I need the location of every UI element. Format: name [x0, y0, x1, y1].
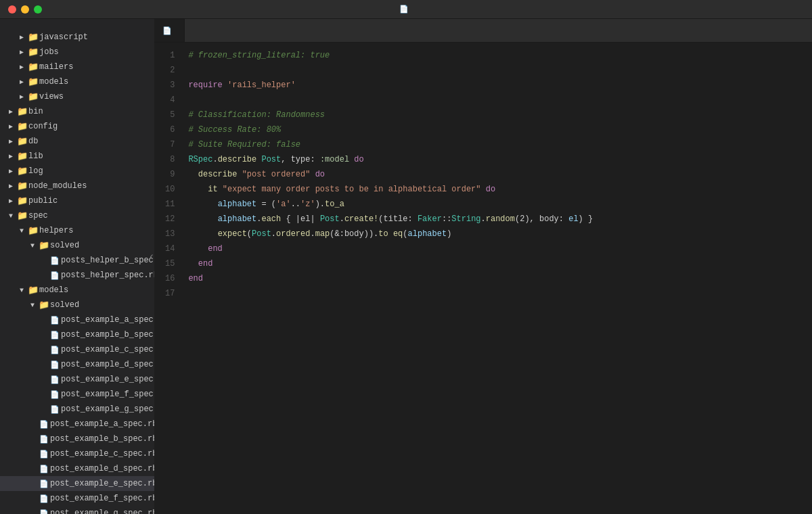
file-tree: ▶📁javascript▶📁jobs▶📁mailers▶📁models▶📁vie… [0, 27, 154, 514]
token-plain [218, 185, 223, 194]
sidebar-file-post_example_d_spec2[interactable]: 📄post_example_d_spec.rb [0, 461, 154, 476]
token-plain: = ( [256, 200, 276, 209]
tree-item-label: log [28, 166, 154, 176]
line-number: 3 [165, 78, 175, 93]
code-line: it "expect many order posts to be in alp… [188, 182, 807, 197]
window-controls[interactable] [8, 5, 42, 14]
sidebar-folder-log[interactable]: ▶📁log [0, 164, 154, 179]
token-class: Post [261, 155, 281, 164]
sidebar-file-post_example_f_spec2[interactable]: 📄post_example_f_spec.rb [0, 491, 154, 506]
tree-arrow-icon: ▶ [16, 33, 27, 41]
file-icon-tree: 📄 [49, 390, 61, 400]
token-plain [223, 80, 227, 90]
code-line: # Classification: Randomness [188, 108, 807, 122]
line-number: 11 [165, 197, 175, 212]
sidebar-folder-lib[interactable]: ▶📁lib [0, 149, 154, 164]
sidebar-folder-mailers[interactable]: ▶📁mailers [0, 60, 154, 74]
sidebar-folder-solved2[interactable]: ▼📁solved [0, 298, 154, 312]
code-line: end [188, 271, 807, 286]
token-plain [481, 185, 486, 194]
sidebar-folder-models_folder[interactable]: ▼📁models [0, 283, 154, 298]
sidebar-file-post_example_c_spec2[interactable]: 📄post_example_c_spec.rb [0, 446, 154, 461]
tree-arrow-icon: ▶ [5, 108, 16, 116]
code-line: describe "post ordered" do [188, 167, 807, 182]
sidebar-file-post_example_d_spec[interactable]: 📄post_example_d_spec.rb [0, 357, 154, 372]
tree-item-label: lib [28, 151, 154, 161]
token-plain [188, 259, 198, 268]
code-line: # Success Rate: 80% [188, 122, 807, 137]
code-line: alphabet.each { |el| Post.create!(title:… [188, 212, 807, 227]
sidebar-folder-views[interactable]: ▶📁views [0, 89, 154, 104]
tree-item-label: posts_helper_spec.rb [61, 271, 154, 280]
sidebar-file-posts_helper_b_spec[interactable]: 📄posts_helper_b_spec.rb [0, 253, 154, 268]
folder-icon: 📁 [16, 106, 28, 117]
line-number: 10 [165, 182, 175, 197]
tree-item-label: posts_helper_b_spec.rb [61, 256, 154, 265]
minimize-button[interactable] [21, 5, 29, 14]
folder-icon: 📁 [27, 32, 39, 43]
line-number: 2 [165, 63, 175, 78]
sidebar-file-posts_helper_spec[interactable]: 📄posts_helper_spec.rb [0, 268, 154, 283]
folder-icon: 📁 [27, 285, 39, 296]
sidebar-file-post_example_b_spec2[interactable]: 📄post_example_b_spec.rb [0, 431, 154, 446]
token-plain: ( [247, 229, 252, 239]
tree-arrow-icon: ▶ [16, 48, 27, 56]
active-tab[interactable]: 📄 [154, 19, 185, 42]
sidebar-file-post_example_e_spec[interactable]: 📄post_example_e_spec.rb [0, 372, 154, 387]
sidebar-folder-javascript[interactable]: ▶📁javascript [0, 30, 154, 45]
tree-arrow-icon: ▶ [5, 122, 16, 131]
sidebar-folder-config[interactable]: ▶📁config [0, 119, 154, 134]
tree-item-label: post_example_a_spec.rb [61, 315, 154, 325]
folder-icon: 📁 [38, 240, 50, 251]
sidebar-resize-handle[interactable]: ‹ [149, 19, 154, 514]
close-button[interactable] [8, 5, 16, 14]
file-icon-tree: 📄 [38, 419, 50, 429]
tree-item-label: helpers [39, 226, 154, 235]
code-line: # Suite Required: false [188, 137, 807, 152]
sidebar-file-post_example_g_spec2[interactable]: 📄post_example_g_spec.rb [0, 506, 154, 514]
tree-item-label: node_modules [28, 181, 154, 191]
token-plain: :: [442, 214, 451, 224]
line-number: 16 [165, 271, 175, 286]
token-class: String [451, 214, 480, 224]
sidebar-folder-bin[interactable]: ▶📁bin [0, 104, 154, 119]
token-plain [188, 214, 217, 224]
tree-item-label: post_example_d_spec.rb [50, 464, 154, 473]
tree-item-label: post_example_e_spec.rb [61, 375, 154, 384]
sidebar-file-post_example_a_spec[interactable]: 📄post_example_a_spec.rb [0, 312, 154, 327]
sidebar-folder-jobs[interactable]: ▶📁jobs [0, 45, 154, 60]
folder-icon: 📁 [16, 181, 28, 191]
tree-item-label: mailers [39, 62, 154, 72]
sidebar-file-post_example_g_spec[interactable]: 📄post_example_g_spec.rb [0, 402, 154, 417]
folder-icon: 📁 [16, 136, 28, 147]
token-plain [188, 229, 217, 239]
sidebar-folder-public[interactable]: ▶📁public [0, 193, 154, 208]
sidebar-file-post_example_f_spec[interactable]: 📄post_example_f_spec.rb [0, 387, 154, 402]
sidebar-file-post_example_b_spec[interactable]: 📄post_example_b_spec.rb [0, 327, 154, 342]
sidebar[interactable]: ▶📁javascript▶📁jobs▶📁mailers▶📁models▶📁vie… [0, 19, 154, 514]
sidebar-folder-spec[interactable]: ▼📁spec [0, 208, 154, 223]
sidebar-file-post_example_c_spec[interactable]: 📄post_example_c_spec.rb [0, 342, 154, 357]
token-method: eq [393, 229, 403, 239]
token-pipe: |el| [296, 214, 315, 224]
sidebar-folder-models[interactable]: ▶📁models [0, 74, 154, 89]
token-comment: # Classification: Randomness [188, 110, 325, 120]
maximize-button[interactable] [34, 5, 42, 14]
token-plain: ) } [579, 214, 593, 224]
file-icon-tree: 📄 [38, 434, 50, 444]
tree-item-label: spec [28, 211, 154, 220]
folder-icon: 📁 [16, 210, 28, 221]
sidebar-folder-solved[interactable]: ▼📁solved [0, 238, 154, 253]
line-number: 14 [165, 241, 175, 256]
sidebar-folder-db[interactable]: ▶📁db [0, 134, 154, 149]
sidebar-file-post_example_e_spec2[interactable]: 📄post_example_e_spec.rb [0, 476, 154, 491]
sidebar-folder-node_modules[interactable]: ▶📁node_modules [0, 179, 154, 193]
code-line: end [188, 256, 807, 271]
sidebar-file-post_example_a_spec2[interactable]: 📄post_example_a_spec.rb [0, 417, 154, 431]
code-editor[interactable]: 1234567891011121314151617 # frozen_strin… [154, 43, 812, 514]
file-icon-tree: 📄 [49, 271, 61, 281]
sidebar-folder-helpers[interactable]: ▼📁helpers [0, 223, 154, 238]
token-plain: , [281, 155, 290, 164]
tree-arrow-icon: ▶ [16, 63, 27, 71]
token-method: ordered [276, 229, 310, 239]
